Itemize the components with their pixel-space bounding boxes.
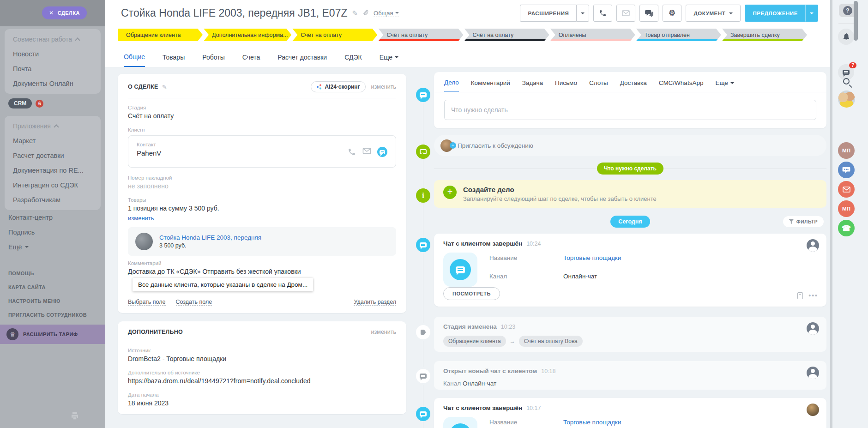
stage-item[interactable]: Обращение клиента	[118, 29, 203, 41]
settings-gear-button[interactable]: ⚙	[663, 5, 681, 22]
document-button[interactable]: ДОКУМЕНТ	[686, 5, 741, 22]
activity-tab-delivery[interactable]: Доставка	[620, 79, 647, 92]
delete-section-link[interactable]: Удалить раздел	[354, 299, 396, 306]
invite-to-discussion[interactable]: + Пригласить к обсуждению	[434, 135, 826, 156]
user-avatar-icon[interactable]	[807, 322, 819, 335]
activity-tab-sms-whatsapp[interactable]: СМС/WhatsApp	[659, 79, 704, 92]
funnel-category-selector[interactable]: Общая	[374, 10, 399, 17]
close-icon[interactable]: ✕	[49, 10, 54, 16]
proposal-dropdown-button[interactable]	[805, 5, 818, 22]
section-title: ДОПОЛНИТЕЛЬНО	[128, 329, 183, 335]
stage-item[interactable]: Счёт на оплату	[378, 29, 463, 41]
stage-item[interactable]: Завершить сделку	[722, 29, 807, 41]
sidebar-item-cdek-integration[interactable]: Интеграция со СДЭК	[5, 178, 101, 193]
email-button[interactable]	[616, 5, 635, 22]
sidebar-item-re-docs[interactable]: Документация по RE...	[5, 163, 101, 178]
create-field-link[interactable]: Создать поле	[176, 299, 212, 306]
sidebar-item-mail[interactable]: Почта	[5, 61, 101, 76]
tab-cdek[interactable]: СДЭК	[344, 46, 362, 67]
tab-delivery-calc[interactable]: Расчет доставки	[277, 46, 327, 67]
add-activity-button[interactable]: +	[443, 186, 457, 199]
sidebar-item-delivery-calc[interactable]: Расчет доставки	[5, 148, 101, 163]
stage-item[interactable]: Оплачены	[550, 29, 635, 41]
edit-products-link[interactable]: изменить	[128, 215, 396, 222]
filter-button[interactable]: ФИЛЬТР	[783, 216, 824, 227]
pin-note-icon[interactable]	[797, 292, 803, 299]
tab-invoices[interactable]: Счета	[242, 46, 260, 67]
ai-scoring-button[interactable]: AI24-скоринг	[311, 81, 365, 92]
sidebar-item-market[interactable]: Маркет	[5, 133, 101, 148]
proposal-button[interactable]: ПРЕДЛОЖЕНИЕ	[745, 5, 805, 22]
today-pill[interactable]: Сегодня	[610, 216, 650, 228]
activity-tab-deal[interactable]: Дело	[444, 79, 459, 92]
open-chat-icon[interactable]	[377, 147, 387, 157]
user-avatar-icon[interactable]	[807, 367, 819, 379]
contact-card[interactable]: Контакт PahenV	[128, 135, 396, 168]
recent-user-2[interactable]: МП	[838, 200, 855, 217]
main-area: Стойка Honda LIFE 2003, передняя JB1, E0…	[105, 0, 830, 428]
activity-tab-slots[interactable]: Слоты	[589, 79, 608, 92]
crm-pill[interactable]: CRM	[8, 98, 32, 109]
stage-item[interactable]: Счёт на оплату	[464, 29, 549, 41]
paperclip-icon[interactable]	[362, 9, 369, 17]
product-name-link[interactable]: Стойка Honda LIFE 2003, передняя	[159, 234, 261, 241]
chat-button[interactable]	[639, 5, 658, 22]
footer-link-invite-employees[interactable]: ПРИГЛАСИТЬ СОТРУДНИКОВ	[0, 308, 105, 322]
more-actions-icon[interactable]: •••	[808, 292, 818, 299]
sidebar-item-contact-center[interactable]: Контакт-центр	[0, 210, 105, 225]
tab-more[interactable]: Еще	[380, 46, 399, 67]
email-contact-icon[interactable]	[362, 148, 371, 156]
sidebar-item-signature[interactable]: Подпись	[0, 225, 105, 240]
notifications-bell-button[interactable]	[838, 29, 854, 45]
select-field-link[interactable]: Выбрать поле	[128, 299, 166, 306]
create-activity-title[interactable]: Создайте дело	[463, 186, 657, 193]
activity-tab-letter[interactable]: Письмо	[555, 79, 577, 92]
user-avatar[interactable]	[807, 404, 819, 416]
sidebar-item-more[interactable]: Ещё	[0, 240, 105, 254]
activity-tab-comment[interactable]: Комментарий	[471, 79, 510, 92]
recent-email[interactable]	[838, 181, 855, 198]
chat-name-link[interactable]: Торговые площадки	[563, 419, 621, 428]
recent-user-1[interactable]: МП	[838, 142, 855, 159]
deal-slider-chip[interactable]: ✕ СДЕЛКА	[42, 6, 87, 19]
edit-title-icon[interactable]: ✎	[352, 9, 358, 18]
stage-item[interactable]: Дополнительная информа...	[204, 29, 291, 41]
tab-robots[interactable]: Роботы	[202, 46, 224, 67]
sidebar-item-crm[interactable]: CRM 6	[0, 94, 105, 113]
sidebar-group-collab-header[interactable]: Совместная работа	[5, 32, 101, 47]
edit-additional-link[interactable]: изменить	[371, 329, 396, 335]
stage-item[interactable]: Счёт на оплату	[292, 29, 377, 41]
extensions-dropdown-button[interactable]	[576, 5, 589, 22]
search-button[interactable]	[838, 73, 854, 89]
view-chat-button[interactable]: ПОСМОТРЕТЬ	[443, 287, 500, 300]
sidebar-item-docs-online[interactable]: Документы Онлайн	[5, 76, 101, 91]
tab-products[interactable]: Товары	[163, 46, 185, 67]
sidebar-item-news[interactable]: Новости	[5, 47, 101, 61]
todo-pill[interactable]: Что нужно сделать	[597, 163, 663, 175]
chat-bubble-glyph	[380, 150, 385, 154]
profile-avatar[interactable]	[838, 90, 855, 108]
activity-tab-more[interactable]: Еще	[715, 79, 734, 92]
user-avatar-icon[interactable]	[807, 239, 819, 252]
footer-link-help[interactable]: ПОМОЩЬ	[0, 266, 105, 280]
sidebar-group-apps-header[interactable]: Приложения	[5, 119, 101, 133]
upgrade-tariff-button[interactable]: ♛ РАСШИРИТЬ ТАРИФ	[0, 325, 105, 344]
recent-group-chat[interactable]	[838, 162, 855, 178]
footer-link-sitemap[interactable]: КАРТА САЙТА	[0, 280, 105, 294]
activity-tab-task[interactable]: Задача	[522, 79, 543, 92]
call-contact-icon[interactable]	[348, 148, 356, 156]
page-scrollbar-thumb[interactable]	[854, 1, 858, 41]
printer-icon[interactable]	[70, 411, 79, 422]
stage-item[interactable]: Товар отправлен	[636, 29, 721, 41]
product-row[interactable]: Стойка Honda LIFE 2003, передняя 3 500 р…	[128, 227, 396, 256]
edit-section-icon[interactable]: ✎	[162, 84, 167, 90]
edit-deal-link[interactable]: изменить	[371, 84, 396, 90]
footer-link-configure-menu[interactable]: НАСТРОИТЬ МЕНЮ	[0, 294, 105, 308]
chat-name-link[interactable]: Торговые площадки	[563, 254, 621, 269]
sidebar-item-developers[interactable]: Разработчикам	[5, 193, 101, 207]
call-button[interactable]	[593, 5, 612, 22]
tab-general[interactable]: Общие	[124, 46, 145, 67]
recent-whatsapp[interactable]: ☎	[838, 220, 855, 236]
todo-input[interactable]	[444, 100, 816, 120]
extensions-button[interactable]: РАСШИРЕНИЯ	[520, 5, 576, 22]
